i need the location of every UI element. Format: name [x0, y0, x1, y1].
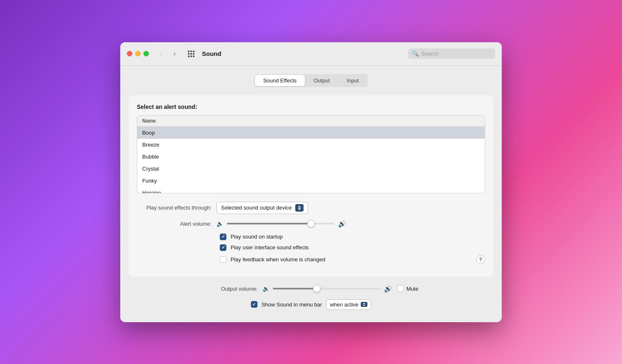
tab-input[interactable]: Input	[338, 75, 367, 86]
tab-group: Sound Effects Output Input	[254, 74, 368, 87]
output-volume-label: Output volume:	[204, 286, 258, 292]
bottom-section: Output volume: Mute Show Sound in menu b…	[129, 285, 493, 310]
feedback-checkbox[interactable]	[220, 256, 226, 263]
when-active-dropdown[interactable]: when active	[326, 299, 372, 310]
ui-sounds-checkbox[interactable]	[220, 244, 226, 251]
arrow-down-icon	[298, 208, 301, 210]
play-through-row: Play sound effects through: Selected sou…	[137, 202, 485, 214]
list-item[interactable]: Crystal	[137, 163, 485, 175]
section-title: Select an alert sound:	[137, 104, 485, 110]
tab-bar: Sound Effects Output Input	[129, 74, 493, 87]
nav-buttons: ‹ ›	[156, 48, 180, 60]
alert-volume-row: Alert volume:	[137, 220, 485, 228]
sound-list-body[interactable]: Boop Breeze Bubble Crystal Funky Heroine	[137, 127, 485, 193]
show-sound-row: Show Sound in menu bar when active	[137, 299, 485, 310]
list-item[interactable]: Breeze	[137, 139, 485, 151]
minimize-button[interactable]	[135, 51, 141, 56]
list-header: Name	[137, 116, 485, 127]
search-box[interactable]: 🔍	[408, 48, 495, 59]
alert-volume-slider[interactable]	[227, 223, 335, 224]
forward-button[interactable]: ›	[169, 48, 180, 60]
list-item[interactable]: Heroine	[137, 187, 485, 193]
startup-label: Play sound on startup	[231, 234, 283, 240]
content-area: Sound Effects Output Input Select an ale…	[120, 66, 502, 322]
mute-area: Mute	[397, 285, 418, 292]
startup-checkbox-row: Play sound on startup	[220, 234, 485, 240]
sound-effects-card: Select an alert sound: Name Boop Breeze …	[129, 95, 493, 277]
play-through-value: Selected sound output device	[221, 205, 292, 211]
output-volume-low-icon	[262, 285, 270, 292]
grid-button[interactable]	[185, 48, 197, 60]
tab-output[interactable]: Output	[305, 75, 338, 86]
list-item[interactable]: Bubble	[137, 151, 485, 163]
small-arrow-up-icon	[363, 303, 365, 304]
output-volume-slider[interactable]	[273, 288, 381, 289]
mute-label: Mute	[406, 286, 418, 292]
when-active-value: when active	[330, 301, 359, 308]
show-sound-checkbox[interactable]	[251, 301, 258, 308]
small-arrows	[361, 302, 367, 307]
close-button[interactable]	[127, 51, 132, 56]
checkbox-group: Play sound on startup Play user interfac…	[220, 234, 485, 264]
help-button[interactable]: ?	[476, 255, 485, 264]
feedback-checkbox-row: Play feedback when volume is changed ?	[220, 255, 485, 264]
grid-icon	[188, 51, 194, 57]
volume-low-icon	[216, 220, 224, 227]
titlebar: ‹ › Sound 🔍	[120, 42, 502, 66]
tab-sound-effects[interactable]: Sound Effects	[255, 75, 305, 86]
ui-sounds-checkbox-row: Play user interface sound effects	[220, 244, 485, 251]
back-button[interactable]: ‹	[156, 48, 167, 60]
list-item[interactable]: Boop	[137, 127, 485, 139]
volume-high-icon	[338, 220, 346, 228]
dropdown-arrows	[295, 204, 304, 212]
ui-sounds-label: Play user interface sound effects	[231, 244, 309, 251]
window-title: Sound	[202, 50, 405, 57]
search-icon: 🔍	[412, 51, 419, 57]
show-sound-label: Show Sound in menu bar	[262, 301, 322, 308]
play-through-dropdown[interactable]: Selected sound output device	[216, 202, 308, 214]
play-through-label: Play sound effects through:	[137, 205, 211, 211]
traffic-lights	[127, 51, 149, 56]
alert-volume-label: Alert volume:	[137, 221, 211, 227]
startup-checkbox[interactable]	[220, 234, 226, 240]
search-input[interactable]	[421, 51, 491, 57]
output-volume-slider-row	[262, 285, 392, 293]
feedback-label: Play feedback when volume is changed	[231, 256, 325, 263]
sound-list-container: Name Boop Breeze Bubble Crystal Funky He…	[137, 115, 485, 193]
name-column-header: Name	[142, 118, 156, 124]
output-volume-row: Output volume: Mute	[137, 285, 485, 293]
maximize-button[interactable]	[143, 51, 149, 56]
alert-volume-slider-row	[216, 220, 346, 228]
main-window: ‹ › Sound 🔍 Sound Effects Output Input	[120, 42, 502, 322]
small-arrow-down-icon	[363, 305, 365, 306]
mute-checkbox[interactable]	[397, 285, 404, 292]
arrow-up-icon	[298, 206, 301, 207]
list-item[interactable]: Funky	[137, 175, 485, 187]
output-volume-high-icon	[384, 285, 392, 293]
